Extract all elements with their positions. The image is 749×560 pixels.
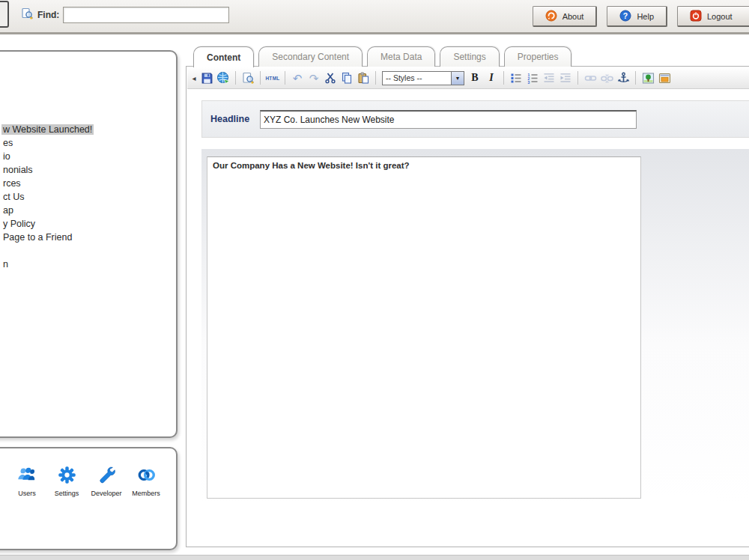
- copy-icon[interactable]: [339, 70, 355, 86]
- settings-label: Settings: [55, 490, 79, 497]
- help-button[interactable]: ? Help: [607, 6, 667, 27]
- bullet-list-icon[interactable]: [508, 70, 524, 86]
- help-icon: ?: [619, 10, 631, 23]
- find-input[interactable]: [63, 7, 229, 23]
- tab-properties[interactable]: Properties: [504, 46, 572, 67]
- svg-text:3: 3: [528, 80, 530, 84]
- developer-icon: [97, 465, 117, 488]
- site-tree: w Website Launched! es io nonials rces c…: [1, 123, 173, 271]
- html-source-icon[interactable]: HTML: [264, 70, 281, 86]
- users-shortcut[interactable]: Users: [7, 465, 46, 497]
- cut-icon[interactable]: [322, 70, 339, 86]
- outdent-icon[interactable]: [541, 70, 557, 86]
- top-header-bar: Find: About ? Help: [0, 0, 749, 34]
- insert-image-icon[interactable]: [640, 70, 656, 86]
- styles-dropdown[interactable]: -- Styles -- ▼: [382, 71, 464, 85]
- toolbar-separator: [635, 71, 636, 85]
- toolbar-separator: [577, 71, 578, 85]
- paste-icon[interactable]: [355, 70, 372, 86]
- tree-item[interactable]: n: [1, 258, 173, 271]
- tree-gap: [1, 244, 173, 258]
- developer-shortcut[interactable]: Developer: [87, 465, 126, 497]
- tree-item[interactable]: es: [1, 136, 173, 150]
- tree-item[interactable]: Page to a Friend: [1, 231, 173, 244]
- tree-item[interactable]: io: [1, 150, 173, 163]
- about-button-label: About: [562, 12, 584, 21]
- chevron-down-icon[interactable]: ▼: [451, 72, 464, 85]
- undo-icon[interactable]: ↶: [289, 70, 306, 86]
- toolbar-separator: [285, 71, 285, 85]
- headline-label: Headline: [210, 114, 260, 124]
- logout-button[interactable]: Logout: [677, 6, 749, 27]
- content-tabs: Content Secondary Content Meta Data Sett…: [193, 46, 571, 67]
- toolbar-separator: [375, 71, 376, 85]
- insert-embed-icon[interactable]: [656, 70, 673, 86]
- svg-text:?: ?: [623, 11, 628, 20]
- logout-button-label: Logout: [707, 12, 733, 21]
- styles-dropdown-value: -- Styles --: [383, 73, 451, 82]
- tree-item[interactable]: w Website Launched!: [1, 123, 173, 136]
- save-icon[interactable]: [198, 70, 215, 86]
- members-shortcut[interactable]: Members: [127, 465, 166, 497]
- unlink-icon[interactable]: [598, 70, 615, 86]
- editor-toolbar: ◂ H: [187, 67, 749, 89]
- wysiwyg-editor[interactable]: Our Company Has a New Website! Isn't it …: [207, 156, 641, 499]
- bold-icon[interactable]: B: [467, 70, 483, 86]
- about-button[interactable]: About: [533, 6, 598, 27]
- members-label: Members: [132, 490, 160, 497]
- tree-item[interactable]: y Policy: [1, 217, 173, 231]
- content-area: Our Company Has a New Website! Isn't it …: [201, 149, 749, 504]
- cutoff-button-fragment[interactable]: [0, 1, 9, 28]
- about-icon: [545, 10, 557, 23]
- toolbar-separator: [235, 71, 236, 85]
- users-icon: [17, 465, 37, 488]
- tree-item[interactable]: rces: [1, 177, 173, 190]
- tab-content[interactable]: Content: [193, 46, 254, 67]
- site-tree-panel: w Website Launched! es io nonials rces c…: [0, 50, 178, 438]
- numbered-list-icon[interactable]: 123: [524, 70, 541, 86]
- tab-settings[interactable]: Settings: [440, 46, 499, 67]
- italic-icon[interactable]: I: [483, 70, 500, 86]
- tab-meta-data[interactable]: Meta Data: [367, 46, 435, 67]
- members-icon: [136, 465, 157, 488]
- link-icon[interactable]: [582, 70, 598, 86]
- tree-item[interactable]: nonials: [1, 163, 173, 177]
- headline-row: Headline: [201, 100, 749, 138]
- toolbar-separator: [503, 71, 504, 85]
- tab-secondary-content[interactable]: Secondary Content: [258, 46, 363, 67]
- preview-icon[interactable]: [240, 70, 256, 86]
- admin-shortcuts-panel: Users Settings: [0, 447, 178, 550]
- tree-item[interactable]: ct Us: [1, 190, 173, 204]
- save-publish-icon[interactable]: [215, 70, 231, 86]
- collapse-arrow-icon[interactable]: ◂: [189, 70, 198, 86]
- bottom-section-edge: [0, 555, 749, 560]
- toolbar-separator: [260, 71, 261, 85]
- redo-icon[interactable]: ↷: [306, 70, 322, 86]
- help-button-label: Help: [637, 12, 654, 21]
- headline-input[interactable]: [260, 110, 637, 129]
- settings-shortcut[interactable]: Settings: [47, 465, 86, 497]
- find-icon: [21, 7, 34, 23]
- content-editor-panel: ◂ H: [186, 66, 749, 547]
- anchor-icon[interactable]: [615, 70, 631, 86]
- developer-label: Developer: [91, 490, 121, 497]
- logout-icon: [690, 10, 702, 23]
- tree-item[interactable]: ap: [1, 204, 173, 217]
- find-label: Find:: [37, 10, 59, 20]
- settings-icon: [57, 465, 77, 488]
- indent-icon[interactable]: [557, 70, 574, 86]
- users-label: Users: [18, 490, 36, 497]
